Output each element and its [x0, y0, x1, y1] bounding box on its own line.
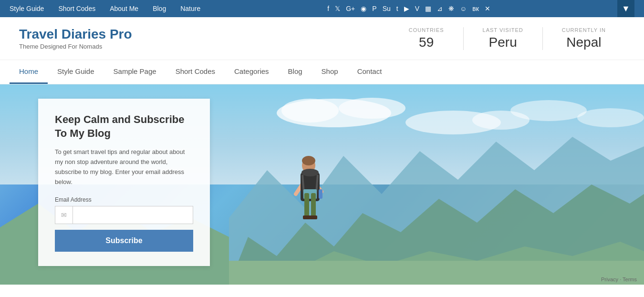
site-header: Travel Diaries Pro Theme Designed For No…: [0, 17, 644, 60]
nav-item-contact: Contact: [348, 60, 392, 84]
instagram-icon[interactable]: ◉: [361, 5, 366, 12]
googleplus-icon[interactable]: G+: [346, 5, 355, 12]
email-input[interactable]: [73, 206, 193, 224]
top-nav-blog[interactable]: Blog: [153, 5, 166, 12]
nav-toggle-button[interactable]: ▼: [617, 0, 634, 17]
svg-point-2: [339, 98, 405, 119]
foursquare-icon[interactable]: ⊿: [437, 5, 443, 12]
stat-last-visited-value: Peru: [483, 35, 523, 50]
subscribe-title: Keep Calm and Subscribe To My Blog: [55, 113, 193, 140]
flickr-icon[interactable]: ▦: [425, 5, 431, 12]
brand-block: Travel Diaries Pro Theme Designed For No…: [19, 27, 132, 50]
nav-item-blog: Blog: [279, 60, 312, 84]
stat-currently-in: CURRENTLY IN Nepal: [543, 27, 625, 50]
nav-link-short-codes[interactable]: Short Codes: [166, 60, 225, 82]
svg-rect-23: [311, 193, 316, 217]
top-nav-style-guide[interactable]: Style Guide: [10, 5, 44, 12]
svg-rect-22: [304, 193, 309, 217]
nav-item-sample-page: Sample Page: [104, 60, 166, 84]
tumblr-icon[interactable]: t: [396, 5, 398, 12]
social-icons-bar: f 𝕏 G+ ◉ P Su t ▶ V ▦ ⊿ ❋ ☺ вк ✕: [327, 5, 490, 12]
vimeo-icon[interactable]: V: [415, 5, 419, 12]
vk-icon[interactable]: вк: [472, 5, 479, 12]
nav-link-shop[interactable]: Shop: [312, 60, 348, 82]
svg-rect-24: [303, 215, 311, 219]
nav-item-style-guide: Style Guide: [48, 60, 104, 84]
nav-link-contact[interactable]: Contact: [348, 60, 392, 82]
nav-item-categories: Categories: [225, 60, 279, 84]
site-tagline: Theme Designed For Nomads: [19, 43, 132, 50]
svg-rect-25: [310, 215, 317, 219]
svg-point-6: [577, 108, 644, 127]
top-navigation: Style Guide Short Codes About Me Blog Na…: [0, 0, 644, 17]
facebook-icon[interactable]: f: [327, 5, 329, 12]
svg-point-5: [510, 100, 587, 121]
stat-currently-in-label: CURRENTLY IN: [562, 27, 606, 33]
top-nav-nature[interactable]: Nature: [180, 5, 200, 12]
stumbleupon-icon[interactable]: Su: [383, 5, 391, 12]
hero-section: Keep Calm and Subscribe To My Blog To ge…: [0, 84, 644, 285]
pinterest-icon[interactable]: P: [372, 5, 376, 12]
svg-point-1: [281, 99, 339, 123]
stats-bar: COUNTRIES 59 LAST VISITED Peru CURRENTLY…: [390, 27, 625, 50]
stat-last-visited-label: LAST VISITED: [483, 27, 523, 33]
subscribe-button[interactable]: Subscribe: [55, 230, 193, 252]
email-label: Email Address: [55, 196, 193, 203]
nav-link-blog[interactable]: Blog: [279, 60, 312, 82]
site-title[interactable]: Travel Diaries Pro: [19, 27, 132, 41]
envelope-icon: ✉: [55, 206, 73, 224]
stat-countries-value: 59: [409, 35, 444, 50]
top-nav-short-codes[interactable]: Short Codes: [58, 5, 95, 12]
nav-item-short-codes: Short Codes: [166, 60, 225, 84]
stat-currently-in-value: Nepal: [562, 35, 606, 50]
nav-link-categories[interactable]: Categories: [225, 60, 279, 82]
odnoklassniki-icon[interactable]: ☺: [460, 5, 467, 12]
main-nav-list: Home Style Guide Sample Page Short Codes…: [0, 60, 644, 84]
stat-countries-label: COUNTRIES: [409, 27, 444, 33]
nav-link-sample-page[interactable]: Sample Page: [104, 60, 166, 82]
stat-last-visited: LAST VISITED Peru: [464, 27, 543, 50]
svg-rect-26: [319, 189, 322, 199]
top-nav-about-me[interactable]: About Me: [110, 5, 138, 12]
top-nav-links: Style Guide Short Codes About Me Blog Na…: [10, 5, 200, 12]
privacy-notice: Privacy · Terms: [601, 277, 637, 282]
xing-icon[interactable]: ✕: [485, 5, 490, 12]
main-navigation: Home Style Guide Sample Page Short Codes…: [0, 60, 644, 84]
stat-countries: COUNTRIES 59: [390, 27, 464, 50]
svg-point-14: [302, 156, 315, 165]
subscribe-description: To get smart travel tips and regular abo…: [55, 147, 193, 187]
email-input-wrapper: ✉: [55, 206, 193, 224]
svg-point-18: [301, 169, 319, 176]
nav-link-home[interactable]: Home: [10, 60, 48, 84]
nav-link-style-guide[interactable]: Style Guide: [48, 60, 104, 82]
nav-item-shop: Shop: [312, 60, 348, 84]
twitter-icon[interactable]: 𝕏: [335, 5, 340, 12]
youtube-icon[interactable]: ▶: [404, 5, 409, 12]
nav-item-home: Home: [10, 60, 48, 84]
dribbble-icon[interactable]: ❋: [448, 5, 454, 12]
subscribe-box: Keep Calm and Subscribe To My Blog To ge…: [38, 99, 210, 266]
